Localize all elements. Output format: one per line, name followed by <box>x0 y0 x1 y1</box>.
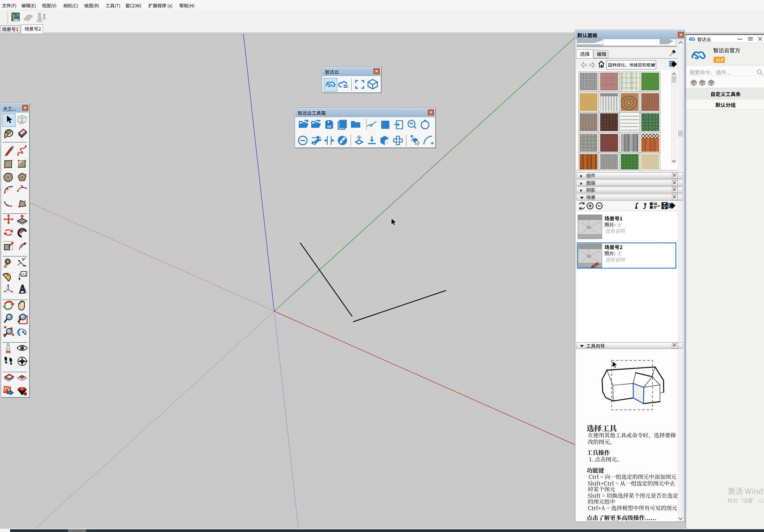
svg-text:3: 3 <box>22 257 24 261</box>
svg-text:A1: A1 <box>22 272 27 276</box>
svg-text:C: C <box>21 358 23 360</box>
